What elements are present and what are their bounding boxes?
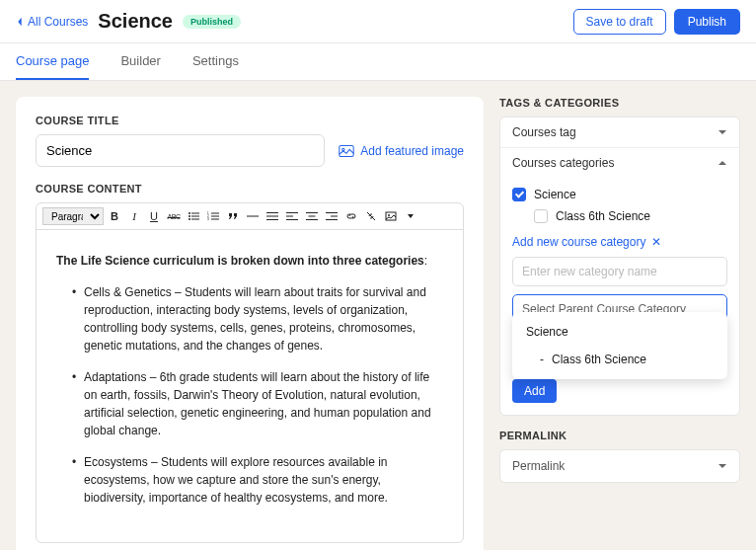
checkbox-icon (534, 209, 548, 223)
permalink-select[interactable]: Permalink (500, 450, 739, 482)
permalink-label: PERMALINK (499, 430, 740, 441)
tags-categories-label: TAGS & CATEGORIES (499, 97, 740, 109)
permalink-value: Permalink (512, 459, 565, 473)
image-icon (339, 144, 354, 158)
svg-point-2 (189, 212, 190, 214)
strike-button[interactable]: ABC (165, 207, 183, 225)
svg-rect-3 (191, 213, 199, 214)
svg-point-28 (388, 214, 390, 216)
align-right-button[interactable] (323, 207, 340, 225)
add-category-label: Add new course category (512, 235, 645, 249)
publish-button[interactable]: Publish (674, 9, 740, 35)
svg-text:3: 3 (207, 217, 209, 221)
tab-builder[interactable]: Builder (120, 43, 160, 80)
insert-image-button[interactable] (382, 207, 400, 225)
category-science[interactable]: Science (512, 184, 727, 205)
category-class-6th-science[interactable]: Class 6th Science (534, 205, 727, 227)
chevron-left-icon (16, 17, 24, 27)
courses-categories-label: Courses categories (512, 156, 614, 170)
add-featured-image-button[interactable]: Add featured image (339, 144, 464, 158)
chevron-down-icon (718, 461, 727, 471)
svg-rect-8 (211, 213, 219, 214)
align-center-button[interactable] (303, 207, 321, 225)
svg-rect-16 (266, 216, 278, 217)
category-label: Class 6th Science (556, 209, 650, 223)
parent-category-dropdown: Science - Class 6th Science (512, 312, 727, 379)
number-list-button[interactable]: 123 (204, 207, 222, 225)
close-icon[interactable]: ✕ (651, 235, 661, 249)
svg-rect-9 (211, 216, 219, 217)
save-draft-button[interactable]: Save to draft (573, 9, 666, 35)
courses-categories-row[interactable]: Courses categories (500, 148, 739, 178)
new-category-input[interactable] (512, 257, 727, 286)
svg-rect-22 (309, 216, 316, 217)
svg-point-1 (342, 148, 344, 150)
editor-body[interactable]: The Life Science curriculum is broken do… (37, 230, 463, 542)
svg-rect-14 (247, 216, 259, 217)
back-label: All Courses (28, 15, 88, 29)
checkbox-checked-icon (512, 188, 526, 201)
align-left-button[interactable] (283, 207, 301, 225)
more-button[interactable] (402, 207, 419, 225)
svg-rect-15 (266, 212, 278, 213)
page-title: Science (98, 10, 173, 33)
svg-rect-26 (326, 219, 338, 220)
tab-settings[interactable]: Settings (192, 43, 239, 80)
italic-button[interactable]: I (125, 207, 143, 225)
dropdown-option-class-6th[interactable]: - Class 6th Science (512, 346, 727, 373)
content-bullet: Ecosystems – Students will explore resou… (72, 453, 443, 507)
courses-tag-row[interactable]: Courses tag (500, 118, 739, 147)
courses-tag-label: Courses tag (512, 125, 576, 139)
status-badge: Published (183, 15, 241, 29)
bold-button[interactable]: B (106, 207, 123, 225)
align-menu-button[interactable] (264, 207, 281, 225)
svg-rect-5 (191, 216, 199, 217)
svg-rect-7 (191, 219, 199, 220)
svg-point-4 (189, 215, 190, 217)
chevron-up-icon (718, 158, 727, 168)
add-image-label: Add featured image (360, 144, 464, 158)
chevron-down-icon (718, 127, 727, 137)
quote-button[interactable] (224, 207, 242, 225)
course-content-label: COURSE CONTENT (36, 183, 464, 195)
svg-rect-21 (306, 212, 318, 213)
svg-rect-24 (326, 212, 338, 213)
underline-button[interactable]: U (145, 207, 163, 225)
hr-button[interactable] (244, 207, 262, 225)
course-title-label: COURSE TITLE (36, 115, 464, 126)
editor-toolbar: Paragraph B I U ABC 123 (37, 203, 463, 230)
add-new-category-link[interactable]: Add new course category ✕ (512, 235, 727, 249)
svg-rect-20 (286, 219, 298, 220)
content-intro: The Life Science curriculum is broken do… (56, 254, 424, 268)
course-title-input[interactable] (36, 134, 325, 167)
svg-rect-19 (286, 216, 293, 217)
dropdown-option-science[interactable]: Science (512, 318, 727, 346)
unlink-button[interactable] (362, 207, 380, 225)
back-to-courses-link[interactable]: All Courses (16, 15, 88, 29)
svg-rect-17 (266, 219, 278, 220)
svg-rect-23 (306, 219, 318, 220)
tab-course-page[interactable]: Course page (16, 43, 89, 80)
category-label: Science (534, 188, 576, 201)
link-button[interactable] (342, 207, 360, 225)
svg-rect-25 (331, 216, 338, 217)
content-bullet: Cells & Genetics – Students will learn a… (72, 283, 443, 354)
svg-point-6 (189, 218, 190, 220)
svg-rect-18 (286, 212, 298, 213)
bullet-list-button[interactable] (185, 207, 202, 225)
svg-rect-10 (211, 219, 219, 220)
add-category-button[interactable]: Add (512, 379, 557, 403)
content-bullet: Adaptations – 6th grade students will le… (72, 368, 443, 439)
format-select[interactable]: Paragraph (42, 207, 104, 225)
